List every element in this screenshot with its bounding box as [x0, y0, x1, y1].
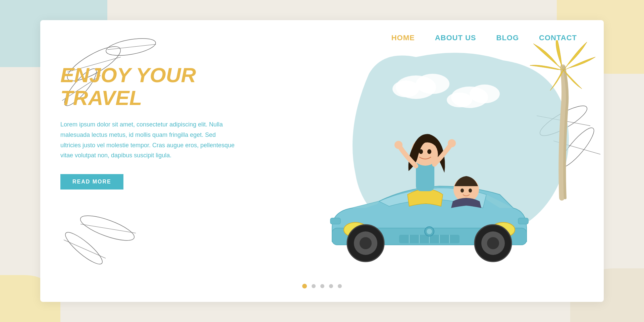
svg-point-36: [487, 237, 499, 249]
svg-line-9: [64, 240, 106, 258]
svg-point-44: [394, 141, 402, 149]
palm-tree: [530, 40, 597, 201]
hero-illustration: [302, 20, 604, 302]
nav-item-home[interactable]: HOME: [391, 34, 415, 42]
car-illustration: [312, 127, 540, 278]
svg-point-19: [447, 93, 472, 107]
navigation: HOME ABOUT US BLOG CONTACT: [40, 20, 604, 49]
svg-point-15: [416, 74, 449, 94]
slider-dots: [302, 284, 342, 288]
nav-item-blog[interactable]: BLOG: [496, 34, 519, 42]
svg-rect-38: [518, 218, 528, 224]
hero-title: ENJOY YOUR TRAVEL: [60, 64, 255, 109]
svg-point-30: [427, 229, 432, 234]
svg-point-41: [469, 189, 472, 193]
svg-point-40: [461, 189, 464, 193]
nav-item-about-us[interactable]: ABOUT US: [435, 34, 476, 42]
svg-point-8: [62, 228, 106, 268]
nav-item-contact[interactable]: CONTACT: [539, 34, 577, 42]
slider-dot-1[interactable]: [302, 284, 307, 288]
hero-content: ENJOY YOUR TRAVEL Lorem ipsum dolor sit …: [60, 64, 255, 190]
hero-description: Lorem ipsum dolor sit amet, consectetur …: [60, 119, 235, 160]
svg-point-47: [427, 149, 431, 154]
main-card: HOME ABOUT US BLOG CONTACT: [40, 20, 604, 302]
slider-dot-3[interactable]: [320, 284, 324, 288]
slider-dot-4[interactable]: [329, 284, 333, 288]
svg-point-18: [470, 85, 500, 103]
svg-point-33: [360, 237, 372, 249]
svg-line-7: [80, 224, 136, 233]
svg-point-16: [392, 80, 419, 97]
slider-dot-2[interactable]: [312, 284, 316, 288]
svg-point-46: [419, 149, 423, 154]
read-more-button[interactable]: READ MORE: [60, 174, 123, 190]
svg-point-45: [448, 139, 456, 147]
slider-dot-5[interactable]: [338, 284, 342, 288]
svg-rect-37: [330, 218, 340, 224]
svg-point-6: [78, 211, 137, 245]
